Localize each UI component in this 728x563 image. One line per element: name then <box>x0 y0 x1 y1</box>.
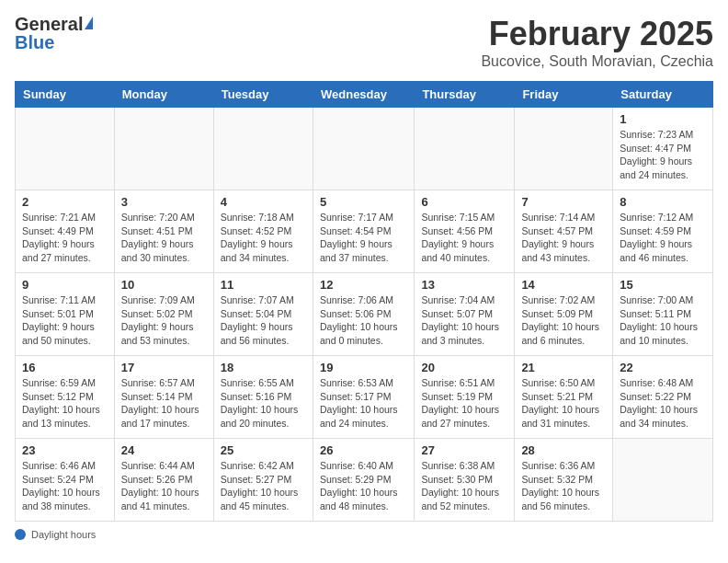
calendar-header-tuesday: Tuesday <box>213 82 313 108</box>
calendar-cell: 22Sunrise: 6:48 AM Sunset: 5:22 PM Dayli… <box>613 356 713 439</box>
day-number: 21 <box>521 361 606 374</box>
location-title: Bucovice, South Moravian, Czechia <box>481 53 713 70</box>
month-title: February 2025 <box>481 15 713 53</box>
calendar-cell <box>415 108 515 190</box>
calendar-cell: 5Sunrise: 7:17 AM Sunset: 4:54 PM Daylig… <box>313 190 414 273</box>
day-number: 23 <box>22 443 108 457</box>
day-number: 25 <box>221 443 306 457</box>
calendar-table: SundayMondayTuesdayWednesdayThursdayFrid… <box>15 81 713 522</box>
day-detail: Sunrise: 7:14 AM Sunset: 4:57 PM Dayligh… <box>521 211 606 265</box>
daylight-legend-dot <box>15 529 26 540</box>
calendar-cell <box>515 108 613 190</box>
calendar-cell: 19Sunrise: 6:53 AM Sunset: 5:17 PM Dayli… <box>313 356 414 439</box>
calendar-week-5: 23Sunrise: 6:46 AM Sunset: 5:24 PM Dayli… <box>16 439 713 522</box>
day-number: 14 <box>521 278 606 292</box>
calendar-cell <box>16 108 115 190</box>
calendar-header-saturday: Saturday <box>613 82 713 108</box>
day-number: 18 <box>221 361 306 374</box>
calendar-cell <box>213 108 313 190</box>
day-detail: Sunrise: 7:23 AM Sunset: 4:47 PM Dayligh… <box>620 128 706 182</box>
day-number: 10 <box>121 278 207 292</box>
calendar-cell: 21Sunrise: 6:50 AM Sunset: 5:21 PM Dayli… <box>515 356 613 439</box>
day-detail: Sunrise: 6:50 AM Sunset: 5:21 PM Dayligh… <box>521 376 606 431</box>
calendar-cell: 25Sunrise: 6:42 AM Sunset: 5:27 PM Dayli… <box>213 439 313 522</box>
day-number: 11 <box>221 278 306 292</box>
day-number: 9 <box>22 278 108 292</box>
day-number: 28 <box>521 443 606 457</box>
day-number: 5 <box>320 195 407 209</box>
calendar-cell: 9Sunrise: 7:11 AM Sunset: 5:01 PM Daylig… <box>16 273 115 356</box>
calendar-cell: 24Sunrise: 6:44 AM Sunset: 5:26 PM Dayli… <box>114 439 213 522</box>
day-number: 27 <box>421 443 507 457</box>
day-detail: Sunrise: 6:51 AM Sunset: 5:19 PM Dayligh… <box>421 376 507 431</box>
daylight-legend-label: Daylight hours <box>31 529 96 540</box>
calendar-cell: 18Sunrise: 6:55 AM Sunset: 5:16 PM Dayli… <box>213 356 313 439</box>
day-number: 2 <box>22 195 108 209</box>
calendar-cell: 28Sunrise: 6:36 AM Sunset: 5:32 PM Dayli… <box>515 439 613 522</box>
day-detail: Sunrise: 6:40 AM Sunset: 5:29 PM Dayligh… <box>320 459 407 513</box>
day-number: 24 <box>121 443 207 457</box>
calendar-cell: 13Sunrise: 7:04 AM Sunset: 5:07 PM Dayli… <box>415 273 515 356</box>
logo-triangle-icon <box>85 17 93 29</box>
day-detail: Sunrise: 7:20 AM Sunset: 4:51 PM Dayligh… <box>121 211 207 265</box>
day-detail: Sunrise: 6:46 AM Sunset: 5:24 PM Dayligh… <box>22 459 108 513</box>
day-number: 22 <box>620 361 706 374</box>
day-number: 12 <box>320 278 407 292</box>
day-detail: Sunrise: 6:48 AM Sunset: 5:22 PM Dayligh… <box>620 376 706 431</box>
day-number: 8 <box>620 195 706 209</box>
day-detail: Sunrise: 7:18 AM Sunset: 4:52 PM Dayligh… <box>221 211 306 265</box>
calendar-week-4: 16Sunrise: 6:59 AM Sunset: 5:12 PM Dayli… <box>16 356 713 439</box>
day-detail: Sunrise: 6:42 AM Sunset: 5:27 PM Dayligh… <box>221 459 306 513</box>
day-detail: Sunrise: 7:02 AM Sunset: 5:09 PM Dayligh… <box>521 293 606 348</box>
day-detail: Sunrise: 6:53 AM Sunset: 5:17 PM Dayligh… <box>320 376 407 431</box>
day-number: 13 <box>421 278 507 292</box>
day-detail: Sunrise: 7:21 AM Sunset: 4:49 PM Dayligh… <box>22 211 108 265</box>
day-detail: Sunrise: 6:44 AM Sunset: 5:26 PM Dayligh… <box>121 459 207 513</box>
calendar-cell: 17Sunrise: 6:57 AM Sunset: 5:14 PM Dayli… <box>114 356 213 439</box>
day-number: 6 <box>421 195 507 209</box>
day-detail: Sunrise: 7:06 AM Sunset: 5:06 PM Dayligh… <box>320 293 407 348</box>
logo-blue-text: Blue <box>15 33 54 52</box>
day-detail: Sunrise: 7:11 AM Sunset: 5:01 PM Dayligh… <box>22 293 108 348</box>
calendar-cell: 10Sunrise: 7:09 AM Sunset: 5:02 PM Dayli… <box>114 273 213 356</box>
calendar-header-row: SundayMondayTuesdayWednesdayThursdayFrid… <box>16 82 713 108</box>
calendar-cell <box>114 108 213 190</box>
calendar-week-1: 1Sunrise: 7:23 AM Sunset: 4:47 PM Daylig… <box>16 108 713 190</box>
day-number: 20 <box>421 361 507 374</box>
calendar-cell: 6Sunrise: 7:15 AM Sunset: 4:56 PM Daylig… <box>415 190 515 273</box>
day-detail: Sunrise: 6:38 AM Sunset: 5:30 PM Dayligh… <box>421 459 507 513</box>
calendar-header-monday: Monday <box>114 82 213 108</box>
calendar-cell: 26Sunrise: 6:40 AM Sunset: 5:29 PM Dayli… <box>313 439 414 522</box>
day-number: 7 <box>521 195 606 209</box>
calendar-cell: 16Sunrise: 6:59 AM Sunset: 5:12 PM Dayli… <box>16 356 115 439</box>
calendar-cell <box>613 439 713 522</box>
calendar-cell: 11Sunrise: 7:07 AM Sunset: 5:04 PM Dayli… <box>213 273 313 356</box>
day-number: 17 <box>121 361 207 374</box>
day-detail: Sunrise: 7:15 AM Sunset: 4:56 PM Dayligh… <box>421 211 507 265</box>
calendar-cell <box>313 108 414 190</box>
day-number: 26 <box>320 443 407 457</box>
calendar-cell: 3Sunrise: 7:20 AM Sunset: 4:51 PM Daylig… <box>114 190 213 273</box>
day-number: 3 <box>121 195 207 209</box>
day-detail: Sunrise: 6:59 AM Sunset: 5:12 PM Dayligh… <box>22 376 108 431</box>
title-area: February 2025 Bucovice, South Moravian, … <box>481 15 713 70</box>
logo-general-text: General <box>15 15 83 33</box>
day-number: 19 <box>320 361 407 374</box>
calendar-cell: 2Sunrise: 7:21 AM Sunset: 4:49 PM Daylig… <box>16 190 115 273</box>
calendar-header-wednesday: Wednesday <box>313 82 414 108</box>
calendar-cell: 20Sunrise: 6:51 AM Sunset: 5:19 PM Dayli… <box>415 356 515 439</box>
calendar-cell: 8Sunrise: 7:12 AM Sunset: 4:59 PM Daylig… <box>613 190 713 273</box>
calendar-week-2: 2Sunrise: 7:21 AM Sunset: 4:49 PM Daylig… <box>16 190 713 273</box>
calendar-header-thursday: Thursday <box>415 82 515 108</box>
calendar-cell: 1Sunrise: 7:23 AM Sunset: 4:47 PM Daylig… <box>613 108 713 190</box>
day-number: 16 <box>22 361 108 374</box>
day-number: 15 <box>620 278 706 292</box>
day-detail: Sunrise: 7:04 AM Sunset: 5:07 PM Dayligh… <box>421 293 507 348</box>
calendar-cell: 12Sunrise: 7:06 AM Sunset: 5:06 PM Dayli… <box>313 273 414 356</box>
day-detail: Sunrise: 6:55 AM Sunset: 5:16 PM Dayligh… <box>221 376 306 431</box>
day-number: 4 <box>221 195 306 209</box>
calendar-cell: 27Sunrise: 6:38 AM Sunset: 5:30 PM Dayli… <box>415 439 515 522</box>
logo: General Blue <box>15 15 93 52</box>
day-detail: Sunrise: 7:09 AM Sunset: 5:02 PM Dayligh… <box>121 293 207 348</box>
calendar-cell: 4Sunrise: 7:18 AM Sunset: 4:52 PM Daylig… <box>213 190 313 273</box>
